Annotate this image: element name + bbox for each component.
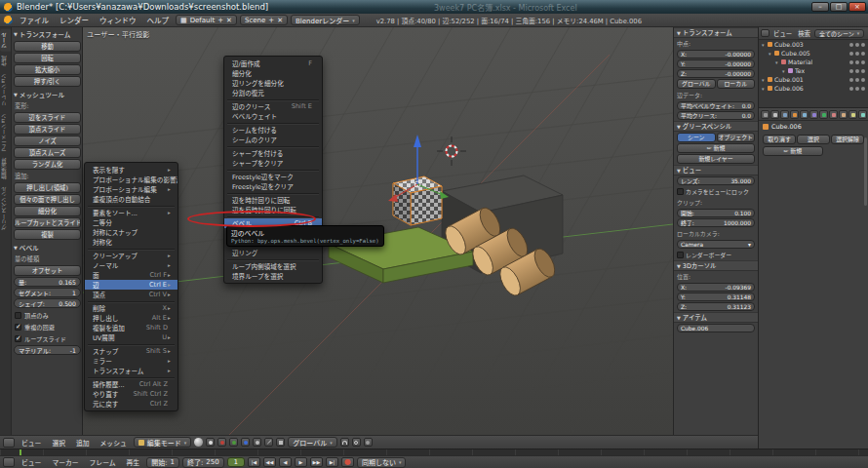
menu-item[interactable]: 辺を時計回りに回転	[224, 195, 322, 205]
bevel-number-field[interactable]: セグメント:1	[14, 288, 81, 297]
view3d-editor-icon[interactable]	[3, 438, 15, 448]
menu-item[interactable]: 対称化	[85, 237, 178, 247]
panel-header-bevel-redo[interactable]: ▼ベベル	[12, 241, 83, 254]
gp-action-button[interactable]: 選択	[797, 135, 830, 144]
outliner-row[interactable]: ▾ Cube.005	[759, 49, 868, 58]
menu-item[interactable]: クリーンアップ	[85, 251, 178, 260]
menu-item[interactable]: シャープをクリア	[224, 158, 322, 168]
close-button[interactable]: ×	[848, 2, 866, 12]
panel-header-transform[interactable]: ▼トランスフォーム	[674, 27, 758, 38]
bevel-checkbox[interactable]: 重複の回避	[12, 321, 83, 332]
tool-button[interactable]: ノイズ	[14, 136, 81, 146]
bevel-checkbox[interactable]: ループスライド	[12, 332, 83, 344]
texture-tab-icon[interactable]	[839, 110, 848, 119]
panel-header-item[interactable]: ▼アイテム	[674, 312, 758, 323]
tool-button[interactable]: 回転	[14, 53, 81, 63]
snap-magnet-icon[interactable]	[340, 438, 349, 447]
close-icon[interactable]: ✕	[277, 17, 283, 24]
modifiers-tab-icon[interactable]	[809, 110, 818, 119]
menu-item[interactable]: Freestyle辺をクリア	[224, 181, 322, 191]
screen-layout-select[interactable]: ▦ Default+✕	[176, 15, 237, 25]
world-tab-icon[interactable]	[780, 110, 789, 119]
menu-item[interactable]: 辺リング	[224, 248, 322, 257]
viewport-shading-icon[interactable]	[194, 438, 203, 447]
bevel-checkbox[interactable]: 頂点のみ	[12, 309, 83, 321]
gp-action-button[interactable]: 取り消す	[763, 135, 796, 144]
render-border-checkbox[interactable]: レンダーボーダー	[674, 250, 758, 260]
playback-button[interactable]: |◀	[248, 457, 260, 467]
tool-button[interactable]: 押す/引く	[14, 76, 81, 87]
pivot-point-icon[interactable]	[206, 438, 215, 447]
view3d-menu[interactable]: メッシュ	[97, 438, 131, 448]
menu-item[interactable]: シャープを付ける	[224, 148, 322, 158]
timeline-menu[interactable]: 再生	[123, 457, 144, 467]
tool-button[interactable]: 押し出し(領域)	[14, 182, 81, 193]
constraints-tab-icon[interactable]	[800, 110, 809, 119]
outliner-menu-search[interactable]: 検索	[796, 29, 812, 38]
menu-item[interactable]: プロポーショナル編集	[85, 184, 178, 194]
panel-header-grease-pencil[interactable]: ▼グリースペンシル	[674, 121, 758, 132]
menu-item[interactable]: 操作履歴... Ctrl Alt Z	[85, 379, 178, 389]
menu-item[interactable]: 分割の復元	[224, 88, 322, 98]
median-axis-field[interactable]: X:-0.00000	[677, 50, 755, 58]
tool-shelf-tab[interactable]: アニメーション	[0, 110, 11, 154]
current-frame-field[interactable]: 1	[227, 457, 245, 467]
face-select-mode-icon[interactable]	[276, 438, 285, 447]
info-menu[interactable]: ファイル	[16, 15, 53, 25]
tool-button[interactable]: 移動	[14, 41, 81, 52]
menu-item[interactable]: シームを付ける	[224, 125, 322, 135]
outliner-row[interactable]: ▾ Cube.001	[759, 75, 868, 84]
mode-select[interactable]: 編集モード▾	[134, 437, 192, 448]
info-menu[interactable]: レンダー	[56, 15, 93, 25]
tool-button[interactable]: 頂点スムーズ	[14, 147, 81, 158]
tool-button[interactable]: ランダム化	[14, 159, 81, 170]
playback-button[interactable]: ◀◀	[263, 457, 276, 467]
menu-item[interactable]: 削除 X	[85, 303, 178, 313]
render-engine-select[interactable]: Blenderレンダー▾	[291, 15, 360, 25]
outliner-scope-select[interactable]: 全てのシーン▾	[814, 29, 864, 38]
proportional-edit-icon[interactable]	[352, 438, 361, 447]
menu-item[interactable]: 辺 Ctrl E	[85, 280, 178, 290]
clip-end-field[interactable]: 終了:1000.000	[677, 218, 755, 227]
blender-menu-icon[interactable]	[4, 16, 13, 24]
lens-field[interactable]: レンズ:35.000	[677, 176, 755, 185]
outliner-row[interactable]: ▾ Material	[759, 58, 868, 66]
menu-item[interactable]: 元に戻す Ctrl Z	[85, 399, 178, 409]
row-toggle-icons[interactable]	[849, 78, 868, 82]
row-toggle-icons[interactable]	[849, 69, 868, 73]
minimize-button[interactable]: –	[811, 2, 829, 12]
menu-item[interactable]: 二等分	[85, 217, 178, 227]
edge-data-field[interactable]: 平均クリース:0.0	[677, 111, 755, 120]
view3d-menu[interactable]: 選択	[48, 438, 69, 448]
bevel-number-field[interactable]: シェイプ:0.500	[14, 298, 81, 308]
timeline-menu[interactable]: フレーム	[86, 457, 120, 467]
row-toggle-icons[interactable]	[849, 52, 868, 56]
tool-shelf-tab[interactable]: 物理演算	[0, 155, 11, 182]
menu-item[interactable]: 対称にスナップ	[85, 227, 178, 237]
menu-item[interactable]: プロポーショナル編集の影響減衰タイプ	[85, 175, 178, 184]
maximize-button[interactable]: □	[830, 2, 848, 12]
menu-item[interactable]: 細分化	[224, 68, 322, 78]
menu-item[interactable]: トランスフォーム	[85, 366, 178, 375]
menu-item[interactable]: 頂点 Ctrl V	[85, 290, 178, 299]
title-bar[interactable]: Blender* [C:¥Users¥anazawa¥Downloads¥scr…	[0, 0, 868, 14]
row-toggle-icons[interactable]	[849, 43, 868, 47]
timeline-menu[interactable]: マーカー	[48, 457, 82, 467]
render-tab-icon[interactable]	[761, 110, 769, 119]
gp-new-layer-button[interactable]: 新規レイヤー	[677, 154, 755, 164]
panel-header-view[interactable]: ▼ビュー	[674, 165, 758, 176]
tool-shelf-tab[interactable]: グリースペンシル	[0, 183, 11, 233]
scene-select[interactable]: Scene+✕	[240, 15, 288, 25]
av-sync-select[interactable]: 同期しない▾	[357, 457, 407, 468]
menu-item[interactable]: シームのクリア	[224, 135, 322, 144]
add-icon[interactable]: +	[268, 17, 274, 24]
playback-button[interactable]: ▶	[295, 457, 307, 467]
add-icon[interactable]: +	[217, 17, 223, 24]
gp-scene-tab[interactable]: シーン	[677, 133, 716, 142]
new-button[interactable]: ✏ 新規	[763, 146, 823, 156]
timeline-ruler[interactable]	[0, 448, 868, 455]
tool-shelf-tab[interactable]: 作成	[0, 53, 11, 69]
scrollbar[interactable]	[864, 137, 867, 206]
tool-button[interactable]: 細分化	[14, 206, 81, 216]
record-button[interactable]: ●	[341, 457, 354, 467]
